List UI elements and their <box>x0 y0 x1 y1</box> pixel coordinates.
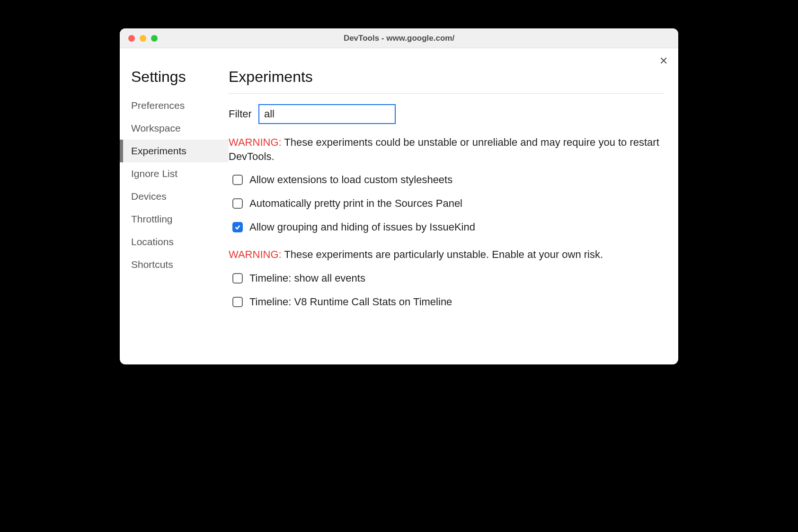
experiment-checkbox[interactable] <box>232 198 243 209</box>
window-close-button[interactable] <box>128 35 135 42</box>
sidebar-item-experiments[interactable]: Experiments <box>120 140 229 162</box>
warning-prefix: WARNING: <box>229 136 282 148</box>
warning-text: These experiments could be unstable or u… <box>229 136 659 162</box>
page-title: Experiments <box>229 68 664 94</box>
experiment-checkbox[interactable] <box>232 273 243 284</box>
sidebar-title: Settings <box>120 68 229 94</box>
sidebar-item-label: Locations <box>131 236 174 247</box>
check-icon <box>234 224 241 231</box>
sidebar-item-workspace[interactable]: Workspace <box>120 117 229 140</box>
settings-sidebar: Settings Preferences Workspace Experimen… <box>120 48 229 364</box>
warning-message: WARNING: These experiments could be unst… <box>229 135 664 163</box>
sidebar-item-throttling[interactable]: Throttling <box>120 208 229 231</box>
sidebar-item-preferences[interactable]: Preferences <box>120 94 229 117</box>
filter-row: Filter <box>229 104 664 124</box>
warning-prefix: WARNING: <box>229 248 282 260</box>
sidebar-item-label: Workspace <box>131 123 181 133</box>
sidebar-item-devices[interactable]: Devices <box>120 185 229 208</box>
filter-label: Filter <box>229 108 252 120</box>
experiment-label: Allow grouping and hiding of issues by I… <box>249 221 475 233</box>
window-minimize-button[interactable] <box>140 35 146 42</box>
experiment-row: Allow extensions to load custom styleshe… <box>232 174 664 186</box>
filter-input[interactable] <box>258 104 396 124</box>
window-title: DevTools - www.google.com/ <box>120 34 678 43</box>
experiment-row: Timeline: V8 Runtime Call Stats on Timel… <box>232 296 664 308</box>
experiment-checkbox[interactable] <box>232 297 243 307</box>
experiment-label: Timeline: show all events <box>249 272 365 284</box>
sidebar-item-label: Shortcuts <box>131 259 173 270</box>
experiment-row: Automatically pretty print in the Source… <box>232 197 664 210</box>
sidebar-item-locations[interactable]: Locations <box>120 231 229 253</box>
content-area: ✕ Settings Preferences Workspace Experim… <box>120 48 678 364</box>
main-panel: Experiments Filter WARNING: These experi… <box>229 48 678 364</box>
experiment-label: Automatically pretty print in the Source… <box>249 197 462 210</box>
titlebar: DevTools - www.google.com/ <box>120 28 678 48</box>
close-icon[interactable]: ✕ <box>659 56 668 66</box>
warning-text: These experiments are particularly unsta… <box>282 248 603 260</box>
experiment-label: Timeline: V8 Runtime Call Stats on Timel… <box>249 296 452 308</box>
devtools-window: DevTools - www.google.com/ ✕ Settings Pr… <box>120 28 678 364</box>
experiment-checkbox[interactable] <box>232 175 243 185</box>
experiment-label: Allow extensions to load custom styleshe… <box>249 174 452 186</box>
sidebar-item-label: Devices <box>131 191 167 202</box>
warning-message: WARNING: These experiments are particula… <box>229 248 664 262</box>
window-maximize-button[interactable] <box>151 35 158 42</box>
sidebar-item-label: Ignore List <box>131 168 177 179</box>
sidebar-item-label: Throttling <box>131 213 173 224</box>
experiment-row: Allow grouping and hiding of issues by I… <box>232 221 664 233</box>
experiment-checkbox[interactable] <box>232 222 243 232</box>
traffic-lights <box>120 35 158 42</box>
sidebar-item-label: Preferences <box>131 100 185 111</box>
sidebar-item-shortcuts[interactable]: Shortcuts <box>120 253 229 276</box>
sidebar-item-ignore-list[interactable]: Ignore List <box>120 162 229 185</box>
experiment-row: Timeline: show all events <box>232 272 664 284</box>
sidebar-item-label: Experiments <box>131 145 186 156</box>
